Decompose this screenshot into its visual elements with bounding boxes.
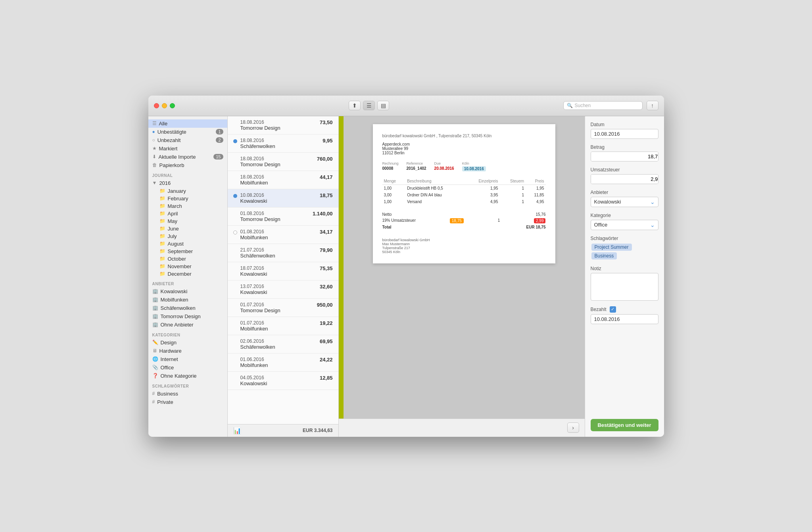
anbieter-val: Kowalowski bbox=[594, 199, 650, 205]
provider-label: Mobilfunken bbox=[161, 297, 223, 303]
transaction-item[interactable]: 01.06.2016 Mobilfunken 24,22 bbox=[228, 353, 338, 372]
transaction-info: 01.07.2016 Tomorrow Design bbox=[240, 302, 314, 313]
transaction-item[interactable]: 01.07.2016 Tomorrow Design 950,00 bbox=[228, 299, 338, 317]
transaction-item[interactable]: 21.07.2016 Schäfenwolken 79,90 bbox=[228, 244, 338, 262]
sidebar-tag-business[interactable]: # Business bbox=[148, 390, 227, 398]
sidebar-category-office[interactable]: 📎 Office bbox=[148, 363, 227, 372]
chevron-down-icon: ▼ bbox=[152, 180, 157, 186]
to-city: 11012 Berlin bbox=[382, 151, 546, 155]
umsatzsteuer-input[interactable] bbox=[591, 175, 658, 184]
sidebar-month-september[interactable]: 📁 September bbox=[148, 248, 227, 255]
sidebar-month-february[interactable]: 📁 February bbox=[148, 195, 227, 202]
sidebar-month-may[interactable]: 📁 May bbox=[148, 217, 227, 225]
transaction-item[interactable]: 18.07.2016 Kowalowski 75,35 bbox=[228, 262, 338, 280]
transaction-item[interactable]: 01.07.2016 Mobilfunken 19,22 bbox=[228, 317, 338, 335]
transaction-item[interactable]: 02.06.2016 Schäfenwolken 69,95 bbox=[228, 335, 338, 353]
bezahlt-checkbox[interactable]: ✓ bbox=[610, 306, 616, 313]
sidebar-month-october[interactable]: 📁 October bbox=[148, 255, 227, 263]
circle-icon: ○ bbox=[152, 137, 155, 143]
minimize-button[interactable] bbox=[162, 103, 167, 108]
maximize-button[interactable] bbox=[170, 103, 175, 108]
sidebar-item-starred[interactable]: ★ Markiert bbox=[148, 144, 227, 153]
folder-icon: 📁 bbox=[159, 218, 165, 224]
sidebar-provider-ohne-anbieter[interactable]: 🏢 Ohne Anbieter bbox=[148, 321, 227, 329]
invoice-table-cell: 1,95 bbox=[526, 184, 545, 192]
sidebar-month-march[interactable]: 📁 March bbox=[148, 202, 227, 210]
betrag-input[interactable] bbox=[591, 152, 658, 161]
sidebar-item-all-label: Alle bbox=[159, 121, 223, 127]
sidebar-month-november[interactable]: 📁 November bbox=[148, 263, 227, 270]
transaction-item[interactable]: 01.08.2016 Mobilfunken 34,17 bbox=[228, 226, 338, 244]
datum-label: Datum bbox=[591, 122, 658, 127]
footer-name: Max Mustermann bbox=[382, 242, 546, 246]
sidebar-month-december[interactable]: 📁 December bbox=[148, 270, 227, 278]
invoice-next-btn[interactable]: › bbox=[567, 423, 579, 433]
sidebar-item-unpaid[interactable]: ○ Unbezahlt 2 bbox=[148, 136, 227, 144]
search-bar[interactable]: 🔍 Suchen bbox=[563, 101, 643, 110]
sidebar-provider-kowalowski[interactable]: 🏢 Kowalowski bbox=[148, 287, 227, 296]
transaction-name: Mobilfunken bbox=[240, 326, 317, 332]
anbieter-select[interactable]: Kowalowski ⌄ bbox=[591, 197, 658, 207]
transaction-item[interactable]: 18.08.2016 Mobilfunken 44,17 bbox=[228, 171, 338, 189]
transaction-amount: 44,17 bbox=[320, 174, 333, 180]
sidebar-month-january[interactable]: 📁 January bbox=[148, 187, 227, 195]
footer-company: bürobedarf kowalowski GmbH bbox=[382, 238, 546, 242]
close-button[interactable] bbox=[154, 103, 159, 108]
sidebar-category-hardware[interactable]: 🖥 Hardware bbox=[148, 347, 227, 355]
transaction-item[interactable]: 10.08.2016 Kowalowski 18,75 bbox=[228, 189, 338, 207]
transaction-item[interactable]: 13.07.2016 Kowalowski 32,60 bbox=[228, 280, 338, 299]
invoice-table-body: 1,00Druckbleistift HB 0,51,9511,953,00Or… bbox=[382, 184, 546, 205]
sender-addr2: Tulpenstraße 217, 50345 Köln bbox=[438, 134, 491, 138]
invoice-preview: bürobedarf kowalowski GmbH , Tulpenstraß… bbox=[339, 116, 585, 437]
grid-view-icon[interactable]: ▤ bbox=[377, 101, 389, 110]
provider-label: Tomorrow Design bbox=[161, 313, 223, 319]
sidebar-category-ohne-kategorie[interactable]: ❓ Ohne Kategorie bbox=[148, 372, 227, 380]
list-view-icon[interactable]: ☰ bbox=[363, 101, 375, 110]
transaction-amount: 79,90 bbox=[320, 247, 333, 253]
location-label: Köln bbox=[462, 161, 486, 165]
schlagwort-tag[interactable]: Project Summer bbox=[591, 244, 632, 251]
transaction-item[interactable]: 18.08.2016 Schäfenwolken 9,95 bbox=[228, 134, 338, 153]
sidebar-month-august[interactable]: 📁 August bbox=[148, 240, 227, 248]
schlagwort-tag[interactable]: Business bbox=[591, 252, 617, 259]
share-button[interactable]: ↑ bbox=[647, 101, 658, 110]
col-menge: Menge bbox=[382, 178, 406, 185]
sidebar-month-april[interactable]: 📁 April bbox=[148, 210, 227, 217]
sidebar-tag-private[interactable]: # Private bbox=[148, 398, 227, 406]
transaction-item[interactable]: 01.08.2016 Tomorrow Design 1.140,00 bbox=[228, 207, 338, 226]
sidebar-item-imports[interactable]: ⬇ Aktuelle Importe 15 bbox=[148, 153, 227, 161]
sidebar-month-july[interactable]: 📁 July bbox=[148, 232, 227, 240]
transaction-item[interactable]: 18.08.2016 Tomorrow Design 73,50 bbox=[228, 116, 338, 134]
invoice-table: Menge Beschreibung Einzelpreis Steuern P… bbox=[382, 178, 546, 205]
sidebar-item-all[interactable]: ☰ Alle bbox=[148, 119, 227, 128]
sidebar-item-trash[interactable]: 🗑 Papierkorb bbox=[148, 161, 227, 169]
invoice-scroll[interactable]: bürobedarf kowalowski GmbH , Tulpenstraß… bbox=[339, 116, 585, 419]
sidebar-item-unconfirmed[interactable]: ● Unbestätigte 1 bbox=[148, 128, 227, 136]
sidebar-item-2016[interactable]: ▼ 2016 bbox=[148, 179, 227, 187]
notiz-field: Notiz bbox=[591, 266, 658, 301]
sidebar-provider-schäfenwolken[interactable]: 🏢 Schäfenwolken bbox=[148, 304, 227, 312]
folder-icon: 📁 bbox=[159, 248, 165, 254]
confirm-button[interactable]: Bestätigen und weiter bbox=[591, 419, 658, 431]
search-icon: 🔍 bbox=[567, 103, 573, 108]
traffic-lights bbox=[154, 103, 175, 108]
kategorie-select[interactable]: Office ⌄ bbox=[591, 220, 658, 230]
sidebar-month-june[interactable]: 📁 June bbox=[148, 225, 227, 232]
transaction-item[interactable]: 18.08.2016 Tomorrow Design 760,00 bbox=[228, 153, 338, 171]
main-window: ⬆ ☰ ▤ 🔍 Suchen ↑ ☰ Alle ● Unbestätigte 1 bbox=[148, 96, 664, 437]
category-label: Internet bbox=[161, 356, 223, 362]
datum-input[interactable] bbox=[591, 129, 658, 139]
notiz-label: Notiz bbox=[591, 266, 658, 271]
bezahlt-date-input[interactable] bbox=[591, 314, 658, 324]
sidebar-provider-mobilfunken[interactable]: 🏢 Mobilfunken bbox=[148, 296, 227, 304]
export-icon[interactable]: ⬆ bbox=[349, 101, 361, 110]
transaction-date: 21.07.2016 bbox=[240, 247, 317, 253]
betrag-input-row: EUR◇ bbox=[591, 152, 658, 161]
notiz-input[interactable] bbox=[591, 273, 658, 301]
transaction-item[interactable]: 04.05.2016 Kowalowski 12,85 bbox=[228, 372, 338, 390]
invoice-table-cell: 4,95 bbox=[465, 198, 500, 205]
tax-val-badge: 2,99 bbox=[534, 218, 545, 223]
sidebar-category-design[interactable]: ✏️ Design bbox=[148, 338, 227, 347]
sidebar-provider-tomorrow-design[interactable]: 🏢 Tomorrow Design bbox=[148, 312, 227, 321]
sidebar-category-internet[interactable]: 🌐 Internet bbox=[148, 355, 227, 363]
